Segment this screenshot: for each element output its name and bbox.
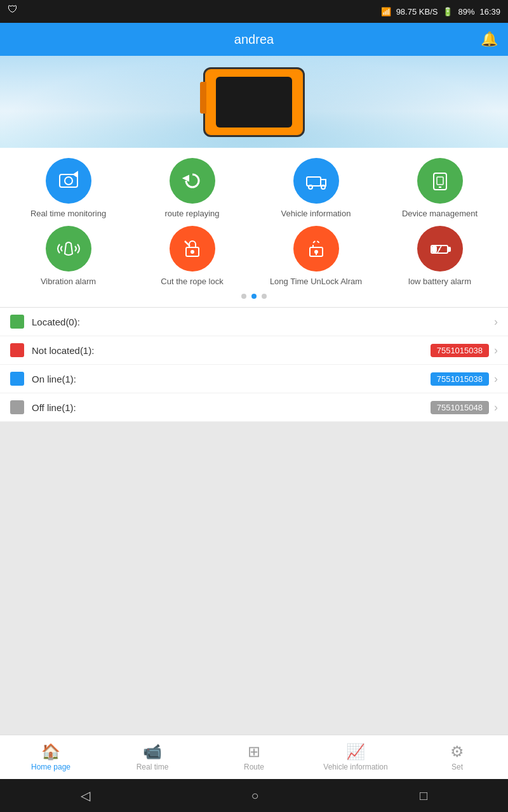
vehicle-nav-icon: 📈 bbox=[346, 743, 365, 761]
dot-3[interactable] bbox=[262, 294, 267, 299]
svg-rect-17 bbox=[432, 247, 436, 252]
nav-item-set[interactable]: ⚙ Set bbox=[406, 739, 508, 775]
chevron-not-located: › bbox=[494, 344, 498, 357]
battery-icon: 🔋 bbox=[443, 7, 453, 16]
status-row-not-located[interactable]: Not located(1): 7551015038 › bbox=[0, 336, 508, 365]
realtime-icon: 📹 bbox=[143, 743, 162, 761]
badge-not-located[interactable]: 7551015038 bbox=[431, 344, 489, 357]
nav-label-set: Set bbox=[451, 763, 463, 771]
nav-label-realtime: Real time bbox=[137, 763, 169, 771]
time-text: 16:39 bbox=[479, 7, 500, 16]
grid-row-2: Vibration alarm Cut the rope lock bbox=[0, 222, 508, 290]
device-body bbox=[203, 67, 305, 137]
svg-point-4 bbox=[309, 185, 312, 189]
svg-rect-16 bbox=[448, 247, 450, 251]
status-label-online: On line(1): bbox=[32, 374, 431, 384]
grid-label-unlock: Long Time UnLock Alram bbox=[270, 277, 362, 286]
nav-label-vehicle: Vehicle information bbox=[323, 763, 387, 771]
dot-2[interactable] bbox=[251, 294, 257, 299]
svg-rect-3 bbox=[307, 177, 321, 186]
grid-item-route-replaying[interactable]: route replaying bbox=[135, 158, 250, 218]
device-image bbox=[197, 61, 311, 143]
badge-offline[interactable]: 7551015048 bbox=[431, 401, 489, 414]
app-bar: andrea 🔔 bbox=[0, 23, 508, 56]
grid-row-1: Real time monitoring route replaying bbox=[0, 154, 508, 222]
grid-label-cut-rope: Cut the rope lock bbox=[161, 277, 223, 286]
vibrate-icon bbox=[56, 236, 81, 261]
bottom-nav: 🏠 Home page 📹 Real time ⊞ Route 📈 Vehicl… bbox=[0, 735, 508, 779]
svg-point-5 bbox=[321, 185, 325, 189]
pagination-dots bbox=[0, 290, 508, 304]
status-color-offline bbox=[10, 400, 24, 414]
nav-label-home: Home page bbox=[31, 763, 70, 771]
grid-circle-vehicle bbox=[293, 158, 339, 204]
grid-label-real-time: Real time monitoring bbox=[30, 209, 106, 218]
hero-banner bbox=[0, 56, 508, 148]
status-label-not-located: Not located(1): bbox=[32, 345, 431, 356]
app-title: andrea bbox=[234, 32, 274, 47]
system-nav-bar: ◁ ○ □ bbox=[0, 779, 508, 812]
recent-button[interactable]: □ bbox=[420, 789, 427, 803]
grid-label-vibration: Vibration alarm bbox=[41, 277, 96, 286]
grid-item-vehicle-info[interactable]: Vehicle information bbox=[259, 158, 373, 218]
status-bar: 🛡 📶 98.75 KB/S 🔋 89% 16:39 bbox=[0, 0, 508, 23]
content-area bbox=[0, 422, 508, 777]
replay-icon bbox=[180, 168, 205, 193]
status-list: Located(0): › Not located(1): 7551015038… bbox=[0, 307, 508, 422]
status-row-offline[interactable]: Off line(1): 7551015048 › bbox=[0, 393, 508, 422]
status-color-online bbox=[10, 372, 24, 386]
svg-point-13 bbox=[315, 251, 318, 253]
home-button[interactable]: ○ bbox=[251, 789, 258, 803]
svg-rect-7 bbox=[437, 177, 443, 185]
badge-online[interactable]: 7551015038 bbox=[431, 372, 489, 386]
grid-circle-unlock bbox=[293, 226, 339, 272]
grid-label-vehicle: Vehicle information bbox=[281, 209, 351, 218]
route-icon: ⊞ bbox=[248, 743, 260, 761]
chevron-online: › bbox=[494, 372, 498, 386]
grid-label-device: Device management bbox=[402, 209, 478, 218]
grid-section: Real time monitoring route replaying bbox=[0, 148, 508, 307]
grid-item-long-time-unlock[interactable]: Long Time UnLock Alram bbox=[259, 226, 373, 286]
device-side bbox=[200, 82, 206, 114]
camera-icon bbox=[56, 168, 81, 193]
grid-circle-real-time bbox=[46, 158, 91, 204]
wifi-icon: 📶 bbox=[381, 7, 391, 16]
device-screen bbox=[216, 77, 292, 128]
shield-icon: 🛡 bbox=[8, 4, 18, 15]
svg-point-11 bbox=[191, 251, 194, 253]
dot-1[interactable] bbox=[241, 294, 246, 299]
device-icon bbox=[427, 168, 453, 193]
grid-label-battery: low battery alarm bbox=[408, 277, 471, 286]
settings-icon: ⚙ bbox=[450, 743, 464, 761]
nav-item-vehicle[interactable]: 📈 Vehicle information bbox=[305, 739, 406, 775]
svg-point-1 bbox=[65, 177, 72, 185]
svg-marker-2 bbox=[184, 176, 189, 181]
nav-label-route: Route bbox=[244, 763, 264, 771]
battery-low-icon bbox=[427, 236, 453, 261]
status-color-located bbox=[10, 315, 24, 329]
battery-text: 89% bbox=[458, 7, 474, 16]
grid-item-real-time-monitoring[interactable]: Real time monitoring bbox=[11, 158, 126, 218]
grid-item-cut-rope[interactable]: Cut the rope lock bbox=[135, 226, 250, 286]
status-color-not-located bbox=[10, 343, 24, 357]
grid-item-device-management[interactable]: Device management bbox=[383, 158, 497, 218]
nav-item-realtime[interactable]: 📹 Real time bbox=[102, 739, 203, 775]
grid-item-low-battery[interactable]: low battery alarm bbox=[383, 226, 497, 286]
status-row-located[interactable]: Located(0): › bbox=[0, 308, 508, 336]
grid-item-vibration-alarm[interactable]: Vibration alarm bbox=[11, 226, 126, 286]
grid-circle-battery bbox=[417, 226, 463, 272]
unlock-icon bbox=[304, 236, 329, 261]
grid-circle-vibration bbox=[46, 226, 91, 272]
truck-icon bbox=[304, 168, 329, 193]
grid-circle-route bbox=[170, 158, 215, 204]
back-button[interactable]: ◁ bbox=[81, 788, 90, 803]
status-row-online[interactable]: On line(1): 7551015038 › bbox=[0, 365, 508, 393]
status-label-located: Located(0): bbox=[32, 317, 494, 327]
status-label-offline: Off line(1): bbox=[32, 402, 431, 413]
speed-text: 98.75 KB/S bbox=[396, 7, 438, 16]
nav-item-route[interactable]: ⊞ Route bbox=[203, 739, 305, 775]
notification-icon[interactable]: 🔔 bbox=[481, 31, 498, 48]
nav-item-home[interactable]: 🏠 Home page bbox=[0, 739, 102, 775]
grid-circle-device bbox=[417, 158, 463, 204]
grid-circle-cut-rope bbox=[170, 226, 215, 272]
